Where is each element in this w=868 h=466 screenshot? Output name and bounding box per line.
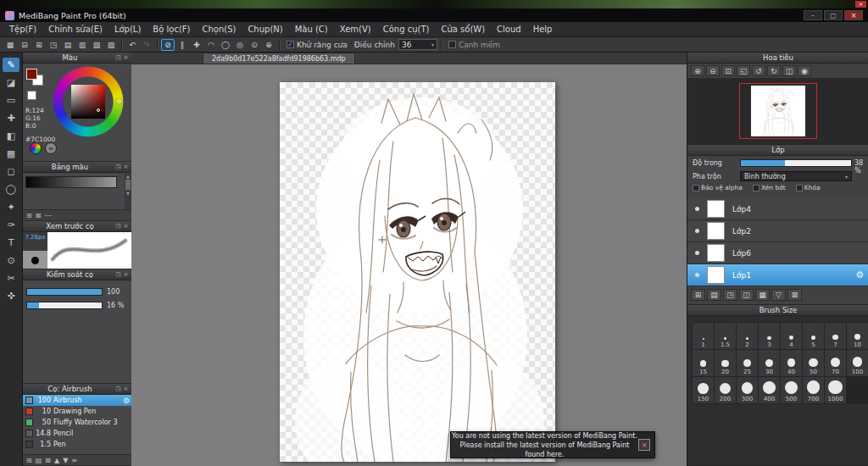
brush-size-cell[interactable]: 1000 <box>825 377 846 403</box>
saturation-value-box[interactable] <box>71 85 105 119</box>
antialias-checkbox[interactable]: ✓ Khử răng cưa <box>287 41 348 49</box>
layer-visibility-icon[interactable] <box>695 229 699 233</box>
clipping-checkbox[interactable]: Xén bớt <box>753 184 786 191</box>
magic-wand-tool[interactable]: ✦ <box>3 200 19 214</box>
delete-brush-icon[interactable]: ⊠ <box>45 457 51 464</box>
brush-tool[interactable]: ✎ <box>3 58 19 72</box>
palette-gradient-swatch[interactable] <box>25 176 117 188</box>
transfer-layer-icon[interactable]: ▽ <box>771 289 786 301</box>
add-layer-icon[interactable]: ⊞ <box>691 289 705 301</box>
snap-cross-icon[interactable]: ✚ <box>190 39 203 51</box>
brush-size-cell[interactable]: 25 <box>737 350 758 376</box>
snap-curve-icon[interactable]: ◠ <box>204 39 218 51</box>
brush-size-cell[interactable]: 20 <box>715 350 736 376</box>
open-file-icon[interactable]: ⊞ <box>32 39 46 51</box>
select-tool[interactable]: ◻ <box>3 164 19 179</box>
brush-row[interactable]: 100Airbrush⚙ <box>23 395 132 406</box>
float-panel-icon[interactable]: ◳ <box>114 386 122 392</box>
brush-size-cell[interactable]: 100 <box>847 350 868 376</box>
add-brush-icon[interactable]: ⊞ <box>26 457 32 464</box>
menu-item-2[interactable]: Chỉnh sửa(E) <box>42 22 108 36</box>
float-panel-icon[interactable]: ◳ <box>114 164 122 170</box>
scrollbar-thumb[interactable] <box>125 180 131 190</box>
layer-visibility-icon[interactable] <box>695 251 699 255</box>
brush-settings-icon[interactable]: ⚙ <box>123 397 130 405</box>
delete-palette-icon[interactable]: ⊠ <box>36 212 42 219</box>
color-grid-icon[interactable]: ▦ <box>3 39 17 51</box>
layer-row[interactable]: Lớp4 <box>687 198 868 220</box>
canvas[interactable] <box>280 82 555 462</box>
brush-menu-icon[interactable]: ≡ <box>71 457 77 464</box>
brush-size-cell[interactable]: 3 <box>759 323 780 349</box>
menu-item-11[interactable]: Cloud <box>491 22 527 36</box>
layer-row[interactable]: Lớp1⚙ <box>687 264 868 286</box>
snap-parallel-icon[interactable]: ∥ <box>175 39 189 51</box>
menu-item-1[interactable]: Tệp(F) <box>3 22 42 36</box>
brush-folder-icon[interactable]: ▤ <box>36 457 42 464</box>
hand-tool[interactable]: ✜ <box>3 289 19 303</box>
merge-layer-icon[interactable]: ◫ <box>739 289 754 301</box>
brush-row[interactable]: 1.5Pen <box>23 439 132 450</box>
brush-size-cell[interactable]: 15 <box>693 350 714 376</box>
brush-size-cell[interactable]: 500 <box>781 377 802 403</box>
menu-item-9[interactable]: Công cụ(T) <box>377 22 436 36</box>
brush-size-cell[interactable]: 400 <box>759 377 780 403</box>
brush-up-icon[interactable]: ▲ <box>54 457 59 464</box>
lock-checkbox[interactable]: Khóa <box>796 184 821 191</box>
lasso-tool[interactable]: ◯ <box>3 182 19 197</box>
foreground-color-swatch[interactable] <box>26 69 37 80</box>
brush-row[interactable]: 10Drawing Pen <box>23 406 132 417</box>
grid-toggle-icon[interactable]: ▤ <box>61 39 75 51</box>
transparent-color-swatch[interactable] <box>27 91 36 100</box>
color-slider-mode-icon[interactable]: ≡ <box>45 142 57 154</box>
snap-vanishing-icon[interactable]: ⊙ <box>248 39 261 51</box>
add-folder-icon[interactable]: ▤ <box>707 289 721 301</box>
close-panel-icon[interactable]: × <box>122 386 130 392</box>
notification-close-icon[interactable]: × <box>638 439 650 451</box>
snap-off-icon[interactable]: ⊘ <box>161 39 175 51</box>
snap-radial-icon[interactable]: ◎ <box>233 39 247 51</box>
layer-settings-icon[interactable]: ⚙ <box>855 269 864 280</box>
brush-size-cell[interactable]: 200 <box>715 377 736 403</box>
layer-material-icon[interactable]: ▦ <box>755 289 770 301</box>
minimize-button[interactable]: – <box>804 10 822 20</box>
menu-item-5[interactable]: Chọn(S) <box>196 22 242 36</box>
brush-size-cell[interactable]: 150 <box>693 377 714 403</box>
brush-size-cell[interactable]: 4 <box>781 323 802 349</box>
zoom-in-icon[interactable]: ⊕ <box>691 65 704 76</box>
menu-item-12[interactable]: Help <box>527 22 559 36</box>
text-tool[interactable]: T <box>3 236 19 250</box>
delete-layer-icon[interactable]: ⊠ <box>787 289 802 301</box>
color-wheel-mode-icon[interactable] <box>30 142 42 154</box>
menu-item-3[interactable]: Lớp(L) <box>108 22 147 36</box>
eraser-tool[interactable]: ◪ <box>3 75 19 90</box>
guide-toggle-icon[interactable]: ▧ <box>90 39 103 51</box>
menu-item-8[interactable]: Xem(V) <box>334 22 377 36</box>
brush-opacity-slider[interactable] <box>26 302 103 309</box>
brush-row[interactable]: 50Fluffy Watercolor 3 <box>23 417 132 428</box>
gradient-tool[interactable]: ▦ <box>3 147 19 161</box>
flip-view-icon[interactable]: ◫ <box>782 65 796 76</box>
add-palette-icon[interactable]: ⊞ <box>26 212 32 219</box>
brush-size-cell[interactable]: 40 <box>781 350 802 376</box>
soft-edge-checkbox[interactable]: Cạnh mềm <box>448 41 500 49</box>
layer-visibility-icon[interactable] <box>695 207 699 211</box>
close-panel-icon[interactable]: × <box>122 54 130 61</box>
fill-tool[interactable]: ◧ <box>3 129 19 143</box>
scroll-up-icon[interactable]: ▲ <box>126 174 130 179</box>
layer-visibility-icon[interactable] <box>695 273 699 277</box>
export-icon[interactable]: ◳ <box>47 39 60 51</box>
brush-size-cell[interactable]: 1 <box>693 323 714 349</box>
brush-down-icon[interactable]: ▼ <box>63 457 68 464</box>
navigator-thumbnail[interactable] <box>751 86 805 136</box>
close-panel-icon[interactable]: × <box>122 164 130 170</box>
maximize-button[interactable]: ▢ <box>824 10 843 20</box>
close-button[interactable]: × <box>844 10 863 20</box>
brush-size-cell[interactable]: 300 <box>737 377 758 403</box>
brush-row[interactable]: 14.8Pencil <box>23 428 132 439</box>
close-panel-icon[interactable]: × <box>122 271 130 278</box>
brush-size-slider[interactable] <box>26 288 103 296</box>
brush-size-cell[interactable]: 50 <box>803 350 824 376</box>
eyedropper-tool[interactable]: ⊙ <box>3 253 19 268</box>
brush-size-cell[interactable]: 1.5 <box>715 323 736 349</box>
